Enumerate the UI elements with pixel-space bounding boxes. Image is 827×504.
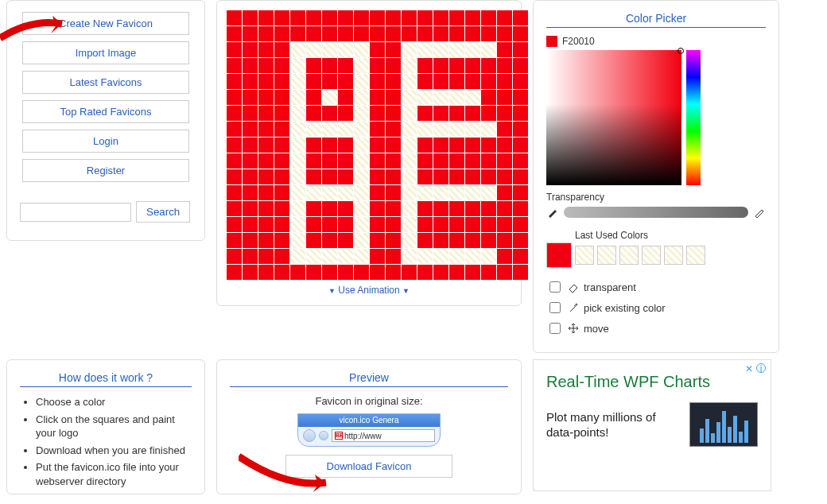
pixel[interactable]: [481, 201, 496, 216]
opt-pick[interactable]: pick existing color: [546, 300, 766, 316]
ad-info-icon[interactable]: i: [756, 363, 766, 373]
pixel[interactable]: [449, 10, 464, 25]
pixel[interactable]: [402, 58, 417, 73]
pixel[interactable]: [481, 249, 496, 264]
pixel[interactable]: [227, 90, 242, 105]
pixel[interactable]: [243, 233, 258, 248]
pixel[interactable]: [433, 217, 448, 232]
pixel[interactable]: [306, 42, 321, 57]
pixel[interactable]: [322, 74, 337, 89]
pixel[interactable]: [370, 138, 385, 153]
pixel[interactable]: [306, 185, 321, 200]
pixel[interactable]: [417, 58, 433, 73]
pixel[interactable]: [354, 153, 369, 169]
pixel[interactable]: [433, 106, 448, 121]
pixel[interactable]: [258, 169, 274, 184]
pixel[interactable]: [449, 201, 464, 216]
pixel[interactable]: [258, 233, 274, 248]
pixel[interactable]: [354, 201, 369, 216]
pixel[interactable]: [290, 201, 305, 216]
pixel[interactable]: [290, 138, 305, 153]
pixel[interactable]: [243, 58, 258, 73]
pixel[interactable]: [306, 265, 321, 280]
pixel[interactable]: [243, 153, 258, 169]
pixel[interactable]: [449, 169, 464, 184]
pixel[interactable]: [290, 217, 305, 232]
nav-create-new-favicon[interactable]: Create New Favicon: [22, 12, 189, 35]
pixel[interactable]: [290, 153, 305, 169]
pixel[interactable]: [402, 185, 417, 200]
pixel[interactable]: [322, 169, 337, 184]
last-color-6[interactable]: [686, 246, 705, 265]
pixel[interactable]: [449, 26, 464, 41]
pixel[interactable]: [338, 58, 353, 73]
pixel[interactable]: [322, 10, 337, 25]
pixel[interactable]: [243, 90, 258, 105]
pixel[interactable]: [449, 153, 464, 169]
pixel[interactable]: [258, 58, 274, 73]
pixel[interactable]: [354, 249, 369, 264]
pixel[interactable]: [306, 122, 321, 137]
pixel[interactable]: [370, 217, 385, 232]
pixel[interactable]: [497, 249, 512, 264]
pixel[interactable]: [290, 10, 305, 25]
pixel[interactable]: [449, 122, 464, 137]
pixel[interactable]: [258, 10, 274, 25]
pixel[interactable]: [417, 217, 433, 232]
pixel[interactable]: [433, 42, 448, 57]
pixel[interactable]: [465, 122, 480, 137]
pixel[interactable]: [513, 153, 528, 169]
pixel[interactable]: [290, 185, 305, 200]
pixel[interactable]: [322, 265, 337, 280]
pixel[interactable]: [227, 74, 242, 89]
pixel[interactable]: [227, 42, 242, 57]
pixel[interactable]: [465, 249, 480, 264]
pixel[interactable]: [513, 74, 528, 89]
pixel[interactable]: [481, 265, 496, 280]
pixel[interactable]: [274, 42, 289, 57]
pixel[interactable]: [481, 122, 496, 137]
pixel[interactable]: [465, 106, 480, 121]
pixel[interactable]: [465, 58, 480, 73]
pixel[interactable]: [417, 90, 433, 105]
pixel[interactable]: [354, 90, 369, 105]
pixel[interactable]: [370, 106, 385, 121]
pixel[interactable]: [497, 90, 512, 105]
pixel[interactable]: [465, 265, 480, 280]
pixel[interactable]: [322, 233, 337, 248]
search-input[interactable]: [20, 203, 131, 222]
pixel[interactable]: [370, 58, 385, 73]
pixel[interactable]: [402, 42, 417, 57]
pixel[interactable]: [513, 185, 528, 200]
pixel[interactable]: [290, 26, 305, 41]
pixel[interactable]: [402, 201, 417, 216]
pixel[interactable]: [258, 26, 274, 41]
pixel[interactable]: [513, 26, 528, 41]
pixel[interactable]: [306, 217, 321, 232]
pixel[interactable]: [370, 26, 385, 41]
pixel[interactable]: [449, 90, 464, 105]
pixel[interactable]: [433, 122, 448, 137]
pixel[interactable]: [322, 217, 337, 232]
pixel[interactable]: [386, 26, 401, 41]
pixel[interactable]: [258, 106, 274, 121]
pixel[interactable]: [322, 106, 337, 121]
pixel[interactable]: [306, 233, 321, 248]
pixel[interactable]: [481, 42, 496, 57]
pixel[interactable]: [370, 233, 385, 248]
pixel[interactable]: [386, 249, 401, 264]
search-button[interactable]: Search: [136, 201, 190, 223]
pixel[interactable]: [370, 201, 385, 216]
pixel[interactable]: [243, 122, 258, 137]
pixel[interactable]: [465, 217, 480, 232]
last-color-5[interactable]: [664, 246, 683, 265]
pixel[interactable]: [386, 42, 401, 57]
pixel[interactable]: [449, 138, 464, 153]
pixel[interactable]: [481, 90, 496, 105]
pixel[interactable]: [386, 265, 401, 280]
pixel[interactable]: [306, 58, 321, 73]
pixel[interactable]: [497, 185, 512, 200]
pixel[interactable]: [481, 233, 496, 248]
pixel[interactable]: [243, 74, 258, 89]
pixel[interactable]: [227, 249, 242, 264]
